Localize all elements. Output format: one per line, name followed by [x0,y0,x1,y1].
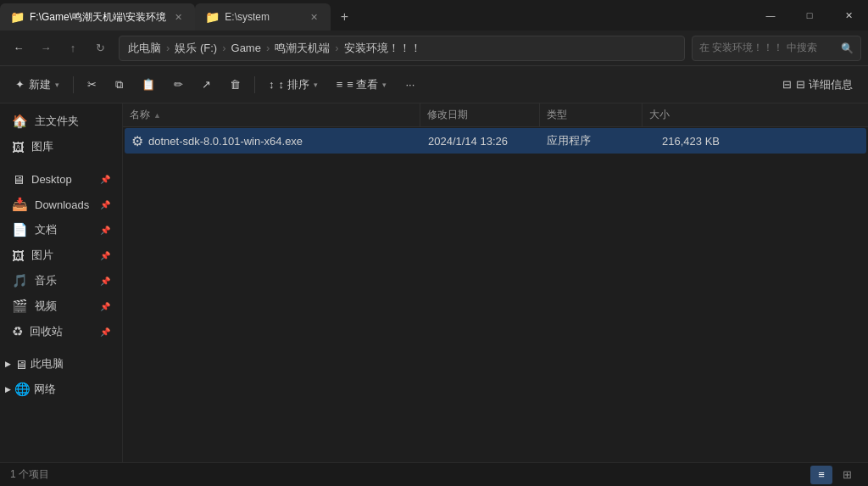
documents-icon: 📄 [12,222,28,237]
table-row[interactable]: ⚙ dotnet-sdk-8.0.101-win-x64.exe 2024/1/… [125,128,866,154]
file-date: 2024/1/14 13:26 [428,135,508,148]
sort-label: ↕ 排序 [279,77,309,92]
file-cell-name: ⚙ dotnet-sdk-8.0.101-win-x64.exe [125,128,421,154]
sidebar-item-recycle[interactable]: ♻ 回收站 📌 [3,319,119,344]
sort-button[interactable]: ↕ ↕ 排序 ▾ [260,72,326,98]
tab-1-close[interactable]: ✕ [171,10,185,24]
item-count: 1 个项目 [10,467,49,482]
col-name-label: 名称 [130,108,150,122]
search-box[interactable]: 在 安装环境！！！ 中搜索 🔍 [692,36,861,61]
sidebar: 🏠 主文件夹 🖼 图库 🖥 Desktop 📌 📥 Downloads 📌 📄 … [0,103,123,462]
file-cell-size: 216,423 KB [642,128,726,154]
details-icon: ⊟ [782,78,792,91]
share-button[interactable]: ↗ [193,72,220,98]
sidebar-item-documents[interactable]: 📄 文档 📌 [3,217,119,243]
up-button[interactable]: ↑ [61,36,85,60]
sidebar-network[interactable]: ▶ 🌐 网络 [0,377,122,402]
cut-button[interactable]: ✂ [79,72,105,98]
tab-2[interactable]: 📁 E:\system ✕ [195,3,331,31]
paste-button[interactable]: 📋 [133,72,164,98]
new-icon: ✦ [15,78,25,91]
music-icon: 🎵 [12,273,28,288]
col-header-name[interactable]: 名称 ▲ [123,103,420,126]
videos-icon: 🎬 [12,299,28,314]
sidebar-label-videos: 视频 [35,299,57,314]
sidebar-item-videos[interactable]: 🎬 视频 📌 [3,293,119,319]
toolbar: ✦ 新建 ▾ ✂ ⧉ 📋 ✏ ↗ 🗑 ↕ ↕ 排序 ▾ ≡ ≡ 查看 ▾ ···… [0,66,868,103]
more-icon: ··· [405,78,415,91]
desktop-pin-icon: 📌 [100,175,110,184]
file-name: dotnet-sdk-8.0.101-win-x64.exe [148,135,303,148]
grid-view-button[interactable]: ⊞ [836,466,858,484]
file-size: 216,423 KB [662,135,720,148]
details-button[interactable]: ⊟ ⊟ 详细信息 [774,72,861,98]
col-header-type[interactable]: 类型 [540,103,642,126]
recycle-pin-icon: 📌 [100,327,110,337]
col-header-date[interactable]: 修改日期 [420,103,539,126]
cut-icon: ✂ [87,78,97,91]
sidebar-item-downloads[interactable]: 📥 Downloads 📌 [3,192,119,217]
list-view-button[interactable]: ≡ [810,466,832,484]
nav-bar: ← → ↑ ↻ 此电脑 › 娱乐 (F:) › Game › 鸣潮天机端 › 安… [0,31,868,66]
sidebar-item-pictures[interactable]: 🖼 图片 📌 [3,243,119,268]
tab-2-icon: 📁 [205,10,220,24]
new-button[interactable]: ✦ 新建 ▾ [7,72,68,98]
details-label: ⊟ 详细信息 [796,77,853,92]
view-label: ≡ 查看 [347,77,378,92]
view-toggle: ≡ ⊞ [810,466,858,484]
tab-1[interactable]: 📁 F:\Game\鸣潮天机端\安装环境 ✕ [0,3,195,31]
paste-icon: 📋 [142,78,155,91]
sidebar-spacer-1 [0,159,122,166]
more-button[interactable]: ··· [397,72,423,98]
copy-button[interactable]: ⧉ [107,72,131,98]
sidebar-item-music[interactable]: 🎵 音乐 📌 [3,268,119,293]
breadcrumb-mtj[interactable]: 鸣潮天机端 [275,41,330,56]
tab-1-label: F:\Game\鸣潮天机端\安装环境 [30,10,166,25]
close-button[interactable]: ✕ [829,2,868,29]
pictures-pin-icon: 📌 [100,251,110,260]
minimize-button[interactable]: — [751,2,790,29]
rename-button[interactable]: ✏ [165,72,192,98]
maximize-button[interactable]: □ [790,2,829,29]
sidebar-thispc[interactable]: ▶ 🖥 此电脑 [0,351,122,377]
file-list: ⚙ dotnet-sdk-8.0.101-win-x64.exe 2024/1/… [123,127,868,462]
new-tab-button[interactable]: + [331,3,358,31]
col-header-size[interactable]: 大小 [643,103,727,126]
downloads-icon: 📥 [12,197,28,212]
col-size-label: 大小 [649,108,670,122]
refresh-button[interactable]: ↻ [88,36,112,60]
breadcrumb[interactable]: 此电脑 › 娱乐 (F:) › Game › 鸣潮天机端 › 安装环境！！！ [119,36,685,61]
breadcrumb-install[interactable]: 安装环境！！！ [344,41,421,56]
sidebar-label-thispc: 此电脑 [31,356,64,371]
file-area: 名称 ▲ 修改日期 类型 大小 ⚙ dotnet-sdk-8.0.101-win… [123,103,868,462]
back-button[interactable]: ← [7,36,31,60]
breadcrumb-game[interactable]: Game [231,42,261,54]
downloads-pin-icon: 📌 [100,200,110,209]
share-icon: ↗ [202,78,211,91]
window-controls: — □ ✕ [751,0,868,31]
delete-icon: 🗑 [230,78,241,91]
file-cell-type: 应用程序 [540,128,642,154]
sidebar-item-desktop[interactable]: 🖥 Desktop 📌 [3,166,119,192]
desktop-icon: 🖥 [12,172,25,187]
delete-button[interactable]: 🗑 [221,72,249,98]
network-icon: 🌐 [14,382,31,397]
sidebar-label-pictures: 图片 [31,248,53,263]
breadcrumb-drive[interactable]: 娱乐 (F:) [175,41,217,56]
list-view-icon: ≡ [818,468,825,481]
file-icon: ⚙ [131,133,143,149]
documents-pin-icon: 📌 [100,226,110,235]
thispc-icon: 🖥 [14,357,27,371]
sidebar-spacer-2 [0,344,122,351]
tab-2-close[interactable]: ✕ [307,10,320,24]
breadcrumb-thispc[interactable]: 此电脑 [128,41,161,56]
videos-pin-icon: 📌 [100,302,110,311]
status-bar: 1 个项目 ≡ ⊞ [0,462,868,486]
sidebar-item-gallery[interactable]: 🖼 图库 [3,134,119,159]
sidebar-label-desktop: Desktop [31,173,72,186]
search-placeholder: 在 安装环境！！！ 中搜索 [699,41,817,55]
sidebar-item-home[interactable]: 🏠 主文件夹 [3,109,119,134]
forward-button[interactable]: → [34,36,58,60]
view-button[interactable]: ≡ ≡ 查看 ▾ [328,72,396,98]
main-layout: 🏠 主文件夹 🖼 图库 🖥 Desktop 📌 📥 Downloads 📌 📄 … [0,103,868,462]
